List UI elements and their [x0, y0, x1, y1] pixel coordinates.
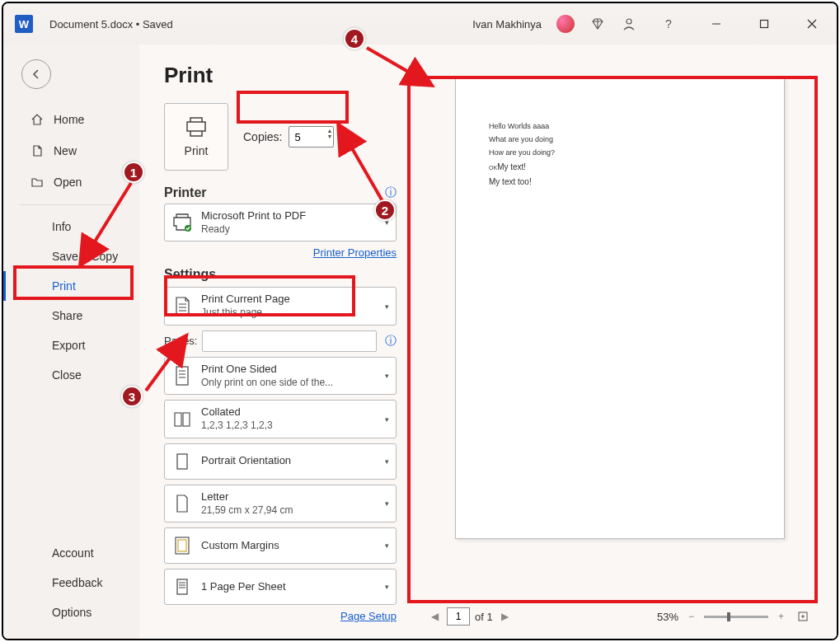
- nav-print-label: Print: [52, 279, 76, 293]
- print-button[interactable]: Print: [164, 103, 228, 171]
- nav-share[interactable]: Share: [3, 301, 139, 330]
- home-icon: [31, 113, 44, 126]
- nav-account-label: Account: [52, 546, 94, 560]
- nav-share-label: Share: [52, 309, 82, 322]
- preview-line: How are you doing?: [489, 146, 751, 159]
- nav-new-label: New: [54, 144, 77, 157]
- paper-sub: 21,59 cm x 27,94 cm: [201, 504, 293, 518]
- collate-label: Collated: [201, 405, 273, 419]
- svg-rect-22: [177, 579, 187, 594]
- nav-export[interactable]: Export: [3, 330, 139, 360]
- nav-info-label: Info: [52, 220, 71, 233]
- pages-input[interactable]: [202, 330, 377, 352]
- orientation-label: Portrait Orientation: [201, 454, 291, 468]
- minimize-button[interactable]: [700, 11, 733, 37]
- document-title: Document 5.docx • Saved: [49, 18, 173, 30]
- nav-account[interactable]: Account: [3, 538, 139, 568]
- prev-page-button[interactable]: ◀: [428, 611, 442, 622]
- preview-footer: ◀ of 1 ▶ 53% − +: [420, 602, 820, 630]
- preview-line: My text too!: [489, 175, 751, 190]
- zoom-out-button[interactable]: −: [685, 611, 697, 622]
- nav-export-label: Export: [52, 339, 85, 352]
- preview-line: Hello Worlds aaaa: [489, 119, 751, 133]
- maximize-button[interactable]: [748, 11, 781, 37]
- panel-title: Print: [164, 63, 397, 88]
- chevron-down-icon: ▾: [385, 541, 389, 550]
- preview-area: Hello Worlds aaaa What are you doing How…: [420, 69, 820, 602]
- back-button[interactable]: [21, 59, 51, 89]
- collate-dropdown[interactable]: Collated 1,2,3 1,2,3 1,2,3 ▾: [164, 400, 397, 438]
- close-button[interactable]: [795, 11, 828, 37]
- sides-label: Print One Sided: [201, 363, 333, 377]
- print-what-label: Print Current Page: [201, 293, 290, 307]
- info-icon[interactable]: ⓘ: [385, 185, 397, 200]
- svg-rect-9: [761, 21, 768, 28]
- printer-icon: [184, 116, 209, 138]
- margins-dropdown[interactable]: Custom Margins ▾: [164, 527, 397, 564]
- chevron-down-icon: ▾: [385, 499, 389, 508]
- avatar[interactable]: [556, 15, 575, 33]
- info-icon[interactable]: ⓘ: [385, 334, 397, 349]
- nav-save-copy-label: Save a Copy: [52, 250, 118, 263]
- svg-rect-18: [183, 413, 190, 426]
- user-name[interactable]: Ivan Makhinya: [472, 18, 542, 30]
- person-icon[interactable]: [621, 16, 637, 32]
- chevron-down-icon: ▾: [385, 302, 389, 311]
- nav-options[interactable]: Options: [3, 597, 139, 627]
- fit-page-button[interactable]: [794, 611, 812, 622]
- printer-ready-icon: [171, 212, 193, 233]
- zoom-label: 53%: [657, 611, 678, 623]
- page-icon: [171, 576, 193, 597]
- nav-options-label: Options: [52, 606, 92, 619]
- svg-rect-13: [176, 367, 188, 385]
- sides-sub: Only print on one side of the...: [201, 377, 333, 390]
- nav-divider: [20, 204, 123, 205]
- page-icon: [171, 493, 193, 514]
- page-number-input[interactable]: [447, 607, 470, 626]
- nav-home[interactable]: Home: [3, 104, 139, 135]
- chevron-down-icon: ▾: [385, 372, 389, 380]
- chevron-down-icon: ▾: [385, 457, 389, 466]
- preview-line: OKMy text!: [489, 160, 751, 175]
- zoom-slider[interactable]: [704, 616, 768, 618]
- copies-box: Copies: ▲▼: [243, 126, 334, 148]
- nav-info[interactable]: Info: [3, 212, 139, 241]
- callout-1: 1: [123, 162, 144, 183]
- nav-feedback[interactable]: Feedback: [3, 568, 139, 597]
- printer-properties-link[interactable]: Printer Properties: [164, 246, 397, 259]
- nav-close[interactable]: Close: [3, 360, 139, 390]
- body: Home New Open Info Save a Copy Print Sha…: [3, 45, 837, 639]
- margins-label: Custom Margins: [201, 539, 279, 553]
- one-sided-icon: [171, 365, 193, 387]
- print-panel: Print Print Copies: ▲▼ Pr: [139, 45, 411, 639]
- sides-dropdown[interactable]: Print One Sided Only print on one side o…: [164, 357, 397, 395]
- main-area: Print Print Copies: ▲▼ Pr: [139, 45, 837, 639]
- paper-label: Letter: [201, 490, 293, 504]
- page-icon: [171, 296, 193, 317]
- page-preview: Hello Worlds aaaa What are you doing How…: [455, 77, 785, 539]
- preview-panel: Hello Worlds aaaa What are you doing How…: [411, 45, 837, 639]
- help-button[interactable]: ?: [652, 11, 685, 37]
- nav-new[interactable]: New: [3, 135, 139, 166]
- print-what-dropdown[interactable]: Print Current Page Just this page ▾: [164, 287, 397, 325]
- printer-dropdown[interactable]: Microsoft Print to PDF Ready ▾: [164, 204, 397, 241]
- settings-section-label: Settings: [164, 267, 397, 282]
- copies-spinner[interactable]: ▲▼: [327, 128, 333, 139]
- svg-rect-19: [177, 454, 187, 469]
- backstage-sidebar: Home New Open Info Save a Copy Print Sha…: [3, 45, 139, 639]
- page-setup-link[interactable]: Page Setup: [164, 610, 397, 622]
- nav-open[interactable]: Open: [3, 166, 139, 198]
- zoom-in-button[interactable]: +: [775, 611, 787, 622]
- nav-save-copy[interactable]: Save a Copy: [3, 241, 139, 271]
- next-page-button[interactable]: ▶: [498, 611, 512, 622]
- diamond-icon[interactable]: [589, 16, 606, 32]
- nav-print[interactable]: Print: [3, 271, 139, 301]
- chevron-down-icon: ▾: [385, 583, 389, 591]
- svg-rect-17: [175, 413, 181, 426]
- document-icon: [31, 144, 44, 157]
- orientation-dropdown[interactable]: Portrait Orientation ▾: [164, 443, 397, 480]
- paper-size-dropdown[interactable]: Letter 21,59 cm x 27,94 cm ▾: [164, 485, 397, 523]
- pages-per-sheet-dropdown[interactable]: 1 Page Per Sheet ▾: [164, 569, 397, 605]
- margins-icon: [171, 535, 193, 556]
- callout-4: 4: [344, 28, 365, 49]
